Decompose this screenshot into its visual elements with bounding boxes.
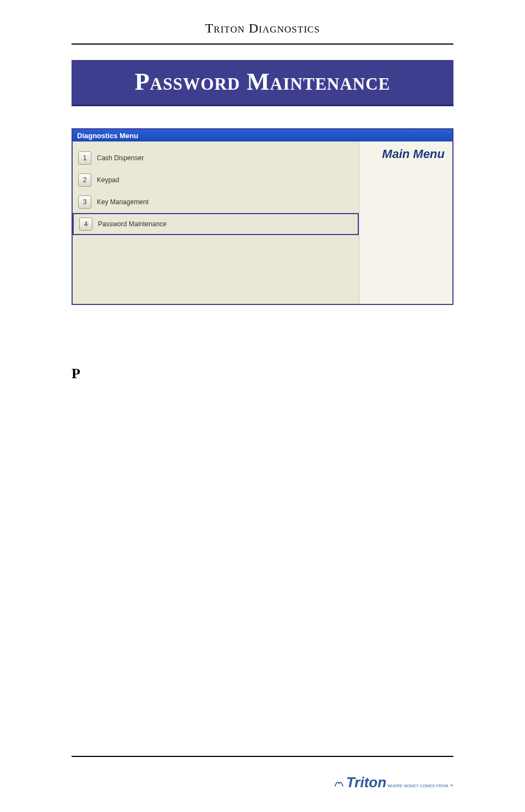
document-title: Triton Diagnostics	[72, 21, 453, 43]
menu-item-password-maintenance[interactable]: 4 Password Maintenance	[73, 213, 359, 235]
main-menu-label[interactable]: Main Menu	[382, 147, 445, 161]
section-banner: Password Maintenance	[72, 60, 453, 106]
logo-tagline: WHERE MONEY COMES FROM.™	[387, 784, 453, 788]
menu-number-button[interactable]: 1	[78, 151, 91, 165]
banner-title: Password Maintenance	[135, 68, 391, 95]
body-paragraph-start: P	[72, 366, 453, 382]
window-body: 1 Cash Dispenser 2 Keypad 3 Key Manageme…	[73, 141, 452, 304]
brand-logo: Triton WHERE MONEY COMES FROM.™	[334, 774, 453, 791]
menu-item-label: Password Maintenance	[98, 220, 167, 228]
window-titlebar: Diagnostics Menu	[73, 129, 452, 141]
header-divider	[72, 43, 453, 45]
triton-logo-icon	[334, 778, 344, 788]
logo-text: Triton	[346, 774, 386, 791]
menu-item-label: Keypad	[97, 176, 119, 184]
menu-list: 1 Cash Dispenser 2 Keypad 3 Key Manageme…	[73, 141, 359, 304]
embedded-screenshot: Diagnostics Menu 1 Cash Dispenser 2 Keyp…	[72, 128, 453, 305]
menu-number-button[interactable]: 2	[78, 173, 91, 187]
footer	[72, 756, 453, 757]
footer-divider	[72, 756, 453, 757]
menu-item-cash-dispenser[interactable]: 1 Cash Dispenser	[73, 147, 359, 169]
menu-item-keypad[interactable]: 2 Keypad	[73, 169, 359, 191]
menu-item-label: Key Management	[97, 198, 149, 206]
menu-item-key-management[interactable]: 3 Key Management	[73, 191, 359, 213]
document-header: Triton Diagnostics	[0, 0, 525, 45]
right-panel: Main Menu	[359, 141, 452, 304]
menu-number-button[interactable]: 4	[79, 217, 92, 231]
menu-item-label: Cash Dispenser	[97, 154, 144, 162]
window-title: Diagnostics Menu	[77, 132, 138, 140]
menu-number-button[interactable]: 3	[78, 195, 91, 209]
